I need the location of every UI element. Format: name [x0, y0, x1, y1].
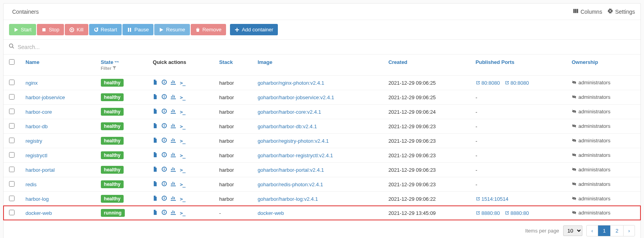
image-link[interactable]: docker-web — [257, 210, 284, 216]
row-checkbox[interactable] — [9, 80, 15, 85]
row-checkbox[interactable] — [9, 138, 15, 143]
logs-icon[interactable] — [153, 210, 158, 216]
start-button[interactable]: Start — [9, 24, 36, 35]
console-icon[interactable]: >_ — [180, 80, 185, 86]
stats-icon[interactable] — [171, 167, 176, 173]
console-icon[interactable]: >_ — [180, 124, 185, 129]
state-filter[interactable]: Filter — [101, 66, 142, 71]
container-name-link[interactable]: nginx — [26, 80, 38, 86]
container-name-link[interactable]: redis — [26, 182, 36, 187]
inspect-icon[interactable] — [162, 167, 167, 173]
image-link[interactable]: goharbor/harbor-portal:v2.4.1 — [257, 167, 324, 173]
stats-icon[interactable] — [171, 109, 176, 115]
logs-icon[interactable] — [153, 181, 158, 187]
console-icon[interactable]: >_ — [180, 167, 185, 173]
image-link[interactable]: goharbor/harbor-log:v2.4.1 — [257, 196, 318, 202]
inspect-icon[interactable] — [162, 138, 167, 144]
port-link[interactable]: 8880:80 — [505, 210, 529, 216]
col-ownership[interactable]: Ownership — [572, 59, 598, 65]
stats-icon[interactable] — [171, 138, 176, 144]
select-all-checkbox[interactable] — [9, 59, 15, 65]
logs-icon[interactable] — [153, 80, 158, 86]
console-icon[interactable]: >_ — [180, 182, 185, 187]
container-name-link[interactable]: harbor-core — [26, 109, 52, 115]
row-checkbox[interactable] — [9, 152, 15, 158]
logs-icon[interactable] — [153, 138, 158, 144]
page-1[interactable]: 1 — [598, 225, 611, 236]
image-link[interactable]: goharbor/harbor-jobservice:v2.4.1 — [257, 94, 334, 100]
row-checkbox[interactable] — [9, 109, 15, 114]
logs-icon[interactable] — [153, 167, 158, 173]
logs-icon[interactable] — [153, 94, 158, 100]
stats-icon[interactable] — [171, 94, 176, 100]
port-link[interactable]: 80:8080 — [505, 80, 529, 86]
image-link[interactable]: goharbor/registry-photon:v2.4.1 — [257, 138, 328, 144]
inspect-icon[interactable] — [162, 109, 167, 115]
container-name-link[interactable]: harbor-jobservice — [26, 94, 65, 100]
image-link[interactable]: goharbor/nginx-photon:v2.4.1 — [257, 80, 324, 86]
stats-icon[interactable] — [171, 196, 176, 202]
port-link[interactable]: 1514:10514 — [476, 196, 509, 202]
restart-button[interactable]: Restart — [89, 24, 122, 35]
resume-button[interactable]: Resume — [154, 24, 190, 35]
settings-button[interactable]: Settings — [608, 8, 635, 15]
inspect-icon[interactable] — [162, 181, 167, 187]
col-image[interactable]: Image — [257, 59, 272, 65]
add-container-button[interactable]: Add container — [230, 24, 278, 35]
row-checkbox[interactable] — [9, 123, 15, 129]
console-icon[interactable]: >_ — [180, 153, 185, 158]
image-link[interactable]: goharbor/harbor-registryctl:v2.4.1 — [257, 153, 333, 158]
logs-icon[interactable] — [153, 123, 158, 129]
col-stack[interactable]: Stack — [219, 59, 233, 65]
image-link[interactable]: goharbor/redis-photon:v2.4.1 — [257, 182, 323, 187]
page-2[interactable]: 2 — [611, 225, 623, 236]
image-link[interactable]: goharbor/harbor-db:v2.4.1 — [257, 124, 317, 129]
stats-icon[interactable] — [171, 152, 176, 158]
console-icon[interactable]: >_ — [180, 94, 185, 100]
container-name-link[interactable]: harbor-db — [26, 124, 47, 129]
port-link[interactable]: 80:8080 — [476, 80, 500, 86]
stats-icon[interactable] — [171, 80, 176, 86]
stats-icon[interactable] — [171, 181, 176, 187]
logs-icon[interactable] — [153, 196, 158, 202]
inspect-icon[interactable] — [162, 94, 167, 100]
items-per-page-select[interactable]: 10 — [563, 225, 582, 236]
remove-button[interactable]: Remove — [191, 24, 226, 35]
container-name-link[interactable]: docker-web — [26, 210, 52, 216]
row-checkbox[interactable] — [9, 196, 15, 201]
inspect-icon[interactable] — [162, 210, 167, 216]
console-icon[interactable]: >_ — [180, 138, 185, 144]
columns-button[interactable]: Columns — [573, 8, 602, 15]
page-next[interactable]: › — [624, 225, 635, 236]
kill-button[interactable]: Kill — [65, 24, 88, 35]
stats-icon[interactable] — [171, 123, 176, 129]
row-checkbox[interactable] — [9, 181, 15, 187]
search-input[interactable] — [18, 44, 635, 50]
col-ports[interactable]: Published Ports — [476, 59, 514, 65]
console-icon[interactable]: >_ — [180, 196, 185, 202]
image-link[interactable]: goharbor/harbor-core:v2.4.1 — [257, 109, 321, 115]
logs-icon[interactable] — [153, 152, 158, 158]
inspect-icon[interactable] — [162, 196, 167, 202]
row-checkbox[interactable] — [9, 167, 15, 172]
row-checkbox[interactable] — [9, 210, 15, 215]
col-created[interactable]: Created — [389, 59, 407, 65]
stop-button[interactable]: Stop — [37, 24, 64, 35]
inspect-icon[interactable] — [162, 152, 167, 158]
pause-button[interactable]: Pause — [122, 24, 153, 35]
col-state[interactable]: State — [101, 59, 119, 65]
page-prev[interactable]: ‹ — [587, 225, 598, 236]
container-name-link[interactable]: registry — [26, 138, 42, 144]
col-name[interactable]: Name — [26, 59, 39, 65]
logs-icon[interactable] — [153, 109, 158, 115]
console-icon[interactable]: >_ — [180, 210, 185, 216]
container-name-link[interactable]: harbor-log — [26, 196, 49, 202]
container-name-link[interactable]: registryctl — [26, 153, 47, 158]
port-link[interactable]: 8880:80 — [476, 210, 500, 216]
inspect-icon[interactable] — [162, 123, 167, 129]
stats-icon[interactable] — [171, 210, 176, 216]
row-checkbox[interactable] — [9, 94, 15, 100]
container-name-link[interactable]: harbor-portal — [26, 167, 55, 173]
inspect-icon[interactable] — [162, 80, 167, 86]
console-icon[interactable]: >_ — [180, 109, 185, 115]
